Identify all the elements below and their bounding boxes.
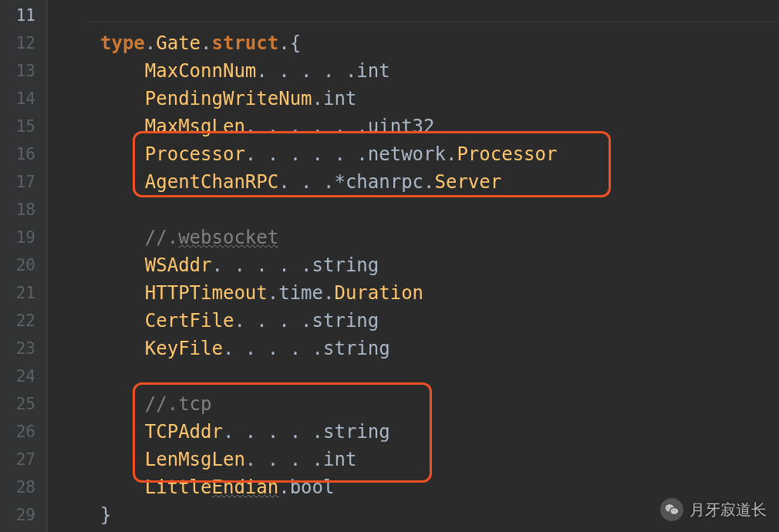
type: bool xyxy=(290,476,335,498)
field-name: MaxConnNum xyxy=(145,60,257,82)
watermark: 月牙寂道长 xyxy=(660,498,767,521)
line-number-gutter: 11 12 13 14 15 16 17 18 19 20 21 22 23 2… xyxy=(0,0,46,532)
line-number: 17 xyxy=(0,168,46,196)
code-line[interactable]: WSAddr. . . . .string xyxy=(88,251,779,279)
code-line[interactable]: //.tcp xyxy=(88,390,779,418)
watermark-text: 月牙寂道长 xyxy=(690,500,767,520)
code-line[interactable] xyxy=(88,2,779,29)
line-number: 25 xyxy=(0,390,46,418)
type: int xyxy=(356,60,390,82)
line-number: 27 xyxy=(0,446,46,473)
field-name: HTTPTimeout xyxy=(145,282,268,304)
line-number: 21 xyxy=(0,279,46,307)
code-line[interactable]: LittleEndian.bool xyxy=(88,473,779,501)
field-name: LenMsgLen xyxy=(145,449,245,470)
type: int xyxy=(323,449,356,470)
line-number: 20 xyxy=(0,251,46,279)
type: string xyxy=(323,421,390,443)
code-line[interactable]: MaxConnNum. . . . .int xyxy=(88,57,779,85)
type: Duration xyxy=(334,282,423,304)
field-name: LittleEndian xyxy=(145,476,278,498)
field-name: TCPAddr xyxy=(145,421,223,443)
comment: //.tcp xyxy=(145,393,212,415)
type: int xyxy=(323,88,356,109)
line-number: 11 xyxy=(0,2,46,29)
line-number: 23 xyxy=(0,335,46,362)
code-line[interactable]: MaxMsgLen. . . . . .uint32 xyxy=(88,113,779,140)
field-name: AgentChanRPC xyxy=(145,171,278,193)
type: uint32 xyxy=(368,116,435,137)
code-line[interactable]: KeyFile. . . . .string xyxy=(88,335,779,362)
type: string xyxy=(312,254,379,276)
field-name: PendingWriteNum xyxy=(145,88,312,109)
line-number: 14 xyxy=(0,85,46,113)
code-line[interactable]: type.Gate.struct.{ xyxy=(88,29,779,57)
type: Processor xyxy=(457,143,557,165)
code-line[interactable]: //.websocket xyxy=(88,224,779,251)
field-name: WSAddr xyxy=(145,254,212,276)
keyword-type: type xyxy=(100,32,145,54)
comment: //.websocket xyxy=(145,227,278,248)
line-number: 19 xyxy=(0,224,46,251)
line-number: 13 xyxy=(0,57,46,85)
line-number: 22 xyxy=(0,307,46,335)
code-editor[interactable]: 11 12 13 14 15 16 17 18 19 20 21 22 23 2… xyxy=(0,0,779,532)
breakpoint-rail[interactable] xyxy=(48,0,88,532)
type: string xyxy=(323,338,390,359)
package: network xyxy=(368,143,446,165)
package: time xyxy=(278,282,323,304)
field-name: Processor xyxy=(145,143,245,165)
brace-close: } xyxy=(100,504,111,526)
struct-name: Gate xyxy=(156,32,201,54)
package: chanrpc xyxy=(346,171,423,193)
field-name: KeyFile xyxy=(145,338,223,359)
line-number: 28 xyxy=(0,473,46,501)
wechat-icon xyxy=(660,498,683,521)
code-line[interactable]: LenMsgLen. . . .int xyxy=(88,446,779,473)
line-number: 15 xyxy=(0,113,46,140)
code-line[interactable] xyxy=(88,362,779,390)
code-line[interactable]: TCPAddr. . . . .string xyxy=(88,418,779,446)
brace-open: { xyxy=(290,32,301,54)
code-line[interactable]: AgentChanRPC. . .*chanrpc.Server xyxy=(88,168,779,196)
field-name: CertFile xyxy=(145,310,234,332)
code-area[interactable]: type.Gate.struct.{ MaxConnNum. . . . .in… xyxy=(88,0,779,532)
type: string xyxy=(312,310,379,332)
line-number: 16 xyxy=(0,140,46,168)
type: Server xyxy=(435,171,502,193)
code-line[interactable]: HTTPTimeout.time.Duration xyxy=(88,279,779,307)
field-name: MaxMsgLen xyxy=(145,116,245,137)
line-number: 29 xyxy=(0,501,46,529)
line-number: 24 xyxy=(0,362,46,390)
line-number: 18 xyxy=(0,196,46,224)
code-line[interactable]: Processor. . . . . .network.Processor xyxy=(88,140,779,168)
code-line[interactable]: PendingWriteNum.int xyxy=(88,85,779,113)
line-number: 26 xyxy=(0,418,46,446)
code-line[interactable] xyxy=(88,196,779,224)
code-line[interactable]: CertFile. . . .string xyxy=(88,307,779,335)
keyword-struct: struct xyxy=(212,32,279,54)
line-number: 12 xyxy=(0,29,46,57)
